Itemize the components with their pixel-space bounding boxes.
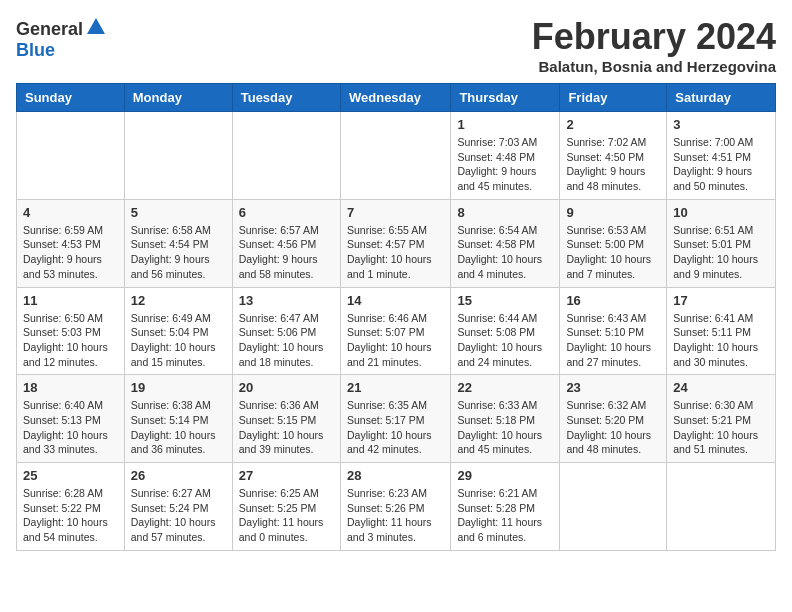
- svg-marker-0: [87, 18, 105, 34]
- day-number: 3: [673, 117, 769, 132]
- calendar-table: SundayMondayTuesdayWednesdayThursdayFrid…: [16, 83, 776, 551]
- day-number: 13: [239, 293, 334, 308]
- calendar-cell: [17, 112, 125, 200]
- day-number: 2: [566, 117, 660, 132]
- calendar-cell: 26Sunrise: 6:27 AMSunset: 5:24 PMDayligh…: [124, 463, 232, 551]
- calendar-cell: 5Sunrise: 6:58 AMSunset: 4:54 PMDaylight…: [124, 199, 232, 287]
- day-number: 18: [23, 380, 118, 395]
- day-info: Sunrise: 6:59 AMSunset: 4:53 PMDaylight:…: [23, 223, 118, 282]
- calendar-day-header: Wednesday: [340, 84, 450, 112]
- day-number: 29: [457, 468, 553, 483]
- day-number: 25: [23, 468, 118, 483]
- day-number: 11: [23, 293, 118, 308]
- location-subtitle: Balatun, Bosnia and Herzegovina: [532, 58, 776, 75]
- calendar-cell: [232, 112, 340, 200]
- day-info: Sunrise: 6:51 AMSunset: 5:01 PMDaylight:…: [673, 223, 769, 282]
- month-title: February 2024: [532, 16, 776, 58]
- day-info: Sunrise: 6:41 AMSunset: 5:11 PMDaylight:…: [673, 311, 769, 370]
- day-number: 7: [347, 205, 444, 220]
- day-number: 21: [347, 380, 444, 395]
- day-number: 12: [131, 293, 226, 308]
- day-number: 17: [673, 293, 769, 308]
- day-info: Sunrise: 6:23 AMSunset: 5:26 PMDaylight:…: [347, 486, 444, 545]
- calendar-cell: 13Sunrise: 6:47 AMSunset: 5:06 PMDayligh…: [232, 287, 340, 375]
- day-number: 26: [131, 468, 226, 483]
- calendar-week-row: 1Sunrise: 7:03 AMSunset: 4:48 PMDaylight…: [17, 112, 776, 200]
- day-number: 15: [457, 293, 553, 308]
- calendar-week-row: 18Sunrise: 6:40 AMSunset: 5:13 PMDayligh…: [17, 375, 776, 463]
- day-info: Sunrise: 6:28 AMSunset: 5:22 PMDaylight:…: [23, 486, 118, 545]
- day-number: 23: [566, 380, 660, 395]
- day-number: 8: [457, 205, 553, 220]
- page-header: General Blue February 2024 Balatun, Bosn…: [16, 16, 776, 75]
- calendar-cell: 18Sunrise: 6:40 AMSunset: 5:13 PMDayligh…: [17, 375, 125, 463]
- day-info: Sunrise: 6:54 AMSunset: 4:58 PMDaylight:…: [457, 223, 553, 282]
- day-info: Sunrise: 6:43 AMSunset: 5:10 PMDaylight:…: [566, 311, 660, 370]
- day-info: Sunrise: 6:53 AMSunset: 5:00 PMDaylight:…: [566, 223, 660, 282]
- calendar-cell: 6Sunrise: 6:57 AMSunset: 4:56 PMDaylight…: [232, 199, 340, 287]
- day-info: Sunrise: 6:40 AMSunset: 5:13 PMDaylight:…: [23, 398, 118, 457]
- day-info: Sunrise: 6:44 AMSunset: 5:08 PMDaylight:…: [457, 311, 553, 370]
- calendar-day-header: Thursday: [451, 84, 560, 112]
- logo: General Blue: [16, 16, 107, 59]
- calendar-cell: 25Sunrise: 6:28 AMSunset: 5:22 PMDayligh…: [17, 463, 125, 551]
- day-info: Sunrise: 6:35 AMSunset: 5:17 PMDaylight:…: [347, 398, 444, 457]
- calendar-header-row: SundayMondayTuesdayWednesdayThursdayFrid…: [17, 84, 776, 112]
- calendar-day-header: Friday: [560, 84, 667, 112]
- day-number: 22: [457, 380, 553, 395]
- day-info: Sunrise: 7:03 AMSunset: 4:48 PMDaylight:…: [457, 135, 553, 194]
- logo-general: General: [16, 20, 83, 38]
- calendar-week-row: 11Sunrise: 6:50 AMSunset: 5:03 PMDayligh…: [17, 287, 776, 375]
- day-number: 6: [239, 205, 334, 220]
- day-info: Sunrise: 7:00 AMSunset: 4:51 PMDaylight:…: [673, 135, 769, 194]
- calendar-week-row: 4Sunrise: 6:59 AMSunset: 4:53 PMDaylight…: [17, 199, 776, 287]
- calendar-cell: 8Sunrise: 6:54 AMSunset: 4:58 PMDaylight…: [451, 199, 560, 287]
- logo-icon: [85, 16, 107, 41]
- day-number: 28: [347, 468, 444, 483]
- calendar-cell: 1Sunrise: 7:03 AMSunset: 4:48 PMDaylight…: [451, 112, 560, 200]
- calendar-cell: 20Sunrise: 6:36 AMSunset: 5:15 PMDayligh…: [232, 375, 340, 463]
- calendar-cell: 17Sunrise: 6:41 AMSunset: 5:11 PMDayligh…: [667, 287, 776, 375]
- day-number: 10: [673, 205, 769, 220]
- logo-blue: Blue: [16, 41, 107, 59]
- calendar-cell: [560, 463, 667, 551]
- calendar-cell: 11Sunrise: 6:50 AMSunset: 5:03 PMDayligh…: [17, 287, 125, 375]
- day-info: Sunrise: 6:36 AMSunset: 5:15 PMDaylight:…: [239, 398, 334, 457]
- day-info: Sunrise: 6:21 AMSunset: 5:28 PMDaylight:…: [457, 486, 553, 545]
- calendar-cell: 2Sunrise: 7:02 AMSunset: 4:50 PMDaylight…: [560, 112, 667, 200]
- calendar-cell: 28Sunrise: 6:23 AMSunset: 5:26 PMDayligh…: [340, 463, 450, 551]
- day-number: 20: [239, 380, 334, 395]
- day-info: Sunrise: 6:57 AMSunset: 4:56 PMDaylight:…: [239, 223, 334, 282]
- calendar-cell: 15Sunrise: 6:44 AMSunset: 5:08 PMDayligh…: [451, 287, 560, 375]
- calendar-cell: 12Sunrise: 6:49 AMSunset: 5:04 PMDayligh…: [124, 287, 232, 375]
- day-info: Sunrise: 6:49 AMSunset: 5:04 PMDaylight:…: [131, 311, 226, 370]
- day-info: Sunrise: 6:46 AMSunset: 5:07 PMDaylight:…: [347, 311, 444, 370]
- day-number: 5: [131, 205, 226, 220]
- calendar-cell: 4Sunrise: 6:59 AMSunset: 4:53 PMDaylight…: [17, 199, 125, 287]
- calendar-cell: 27Sunrise: 6:25 AMSunset: 5:25 PMDayligh…: [232, 463, 340, 551]
- title-block: February 2024 Balatun, Bosnia and Herzeg…: [532, 16, 776, 75]
- day-number: 1: [457, 117, 553, 132]
- day-number: 4: [23, 205, 118, 220]
- day-info: Sunrise: 6:32 AMSunset: 5:20 PMDaylight:…: [566, 398, 660, 457]
- day-number: 24: [673, 380, 769, 395]
- calendar-day-header: Monday: [124, 84, 232, 112]
- day-info: Sunrise: 7:02 AMSunset: 4:50 PMDaylight:…: [566, 135, 660, 194]
- calendar-cell: 23Sunrise: 6:32 AMSunset: 5:20 PMDayligh…: [560, 375, 667, 463]
- calendar-cell: 16Sunrise: 6:43 AMSunset: 5:10 PMDayligh…: [560, 287, 667, 375]
- calendar-day-header: Tuesday: [232, 84, 340, 112]
- calendar-cell: 22Sunrise: 6:33 AMSunset: 5:18 PMDayligh…: [451, 375, 560, 463]
- calendar-cell: 19Sunrise: 6:38 AMSunset: 5:14 PMDayligh…: [124, 375, 232, 463]
- day-number: 19: [131, 380, 226, 395]
- calendar-week-row: 25Sunrise: 6:28 AMSunset: 5:22 PMDayligh…: [17, 463, 776, 551]
- day-info: Sunrise: 6:50 AMSunset: 5:03 PMDaylight:…: [23, 311, 118, 370]
- day-number: 16: [566, 293, 660, 308]
- calendar-cell: 3Sunrise: 7:00 AMSunset: 4:51 PMDaylight…: [667, 112, 776, 200]
- calendar-cell: 7Sunrise: 6:55 AMSunset: 4:57 PMDaylight…: [340, 199, 450, 287]
- day-number: 9: [566, 205, 660, 220]
- day-info: Sunrise: 6:25 AMSunset: 5:25 PMDaylight:…: [239, 486, 334, 545]
- calendar-cell: 24Sunrise: 6:30 AMSunset: 5:21 PMDayligh…: [667, 375, 776, 463]
- calendar-cell: 29Sunrise: 6:21 AMSunset: 5:28 PMDayligh…: [451, 463, 560, 551]
- day-number: 27: [239, 468, 334, 483]
- calendar-cell: 10Sunrise: 6:51 AMSunset: 5:01 PMDayligh…: [667, 199, 776, 287]
